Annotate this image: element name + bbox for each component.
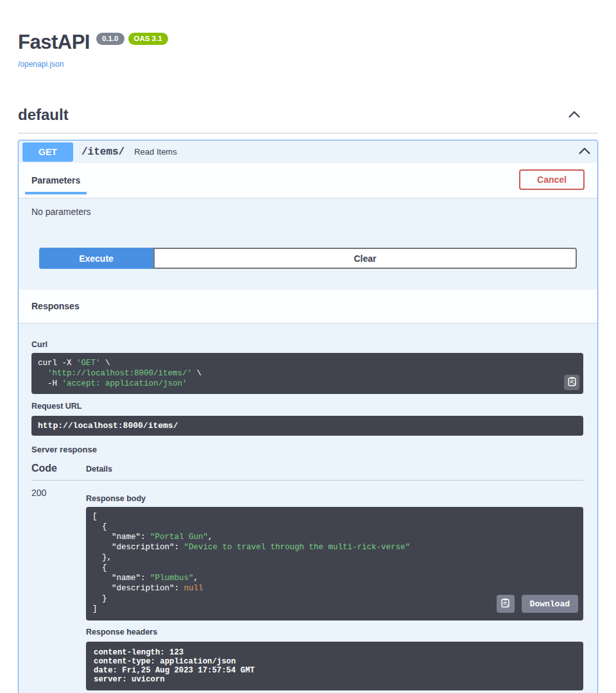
curl-command: curl -X 'GET' \ 'http://localhost:8000/i…: [38, 358, 577, 389]
parameters-body: No parameters: [19, 198, 597, 217]
tag-section-header[interactable]: default: [18, 105, 598, 133]
response-headers-label: Response headers: [86, 628, 583, 637]
server-response-label: Server response: [31, 445, 583, 454]
request-url-label: Request URL: [31, 402, 583, 411]
response-body-actions: Download: [497, 595, 578, 613]
code-column-header: Code: [31, 463, 86, 474]
responses-title: Responses: [31, 301, 80, 311]
execute-wrapper: Execute Clear: [39, 248, 577, 269]
execute-button[interactable]: Execute: [39, 248, 153, 269]
api-info: FastAPI 0.1.0 OAS 3.1 /openapi.json: [18, 0, 598, 69]
parameters-section-header: Parameters Cancel: [19, 163, 597, 198]
oas-badge: OAS 3.1: [128, 33, 168, 45]
operation-block-get-items: GET /items/ Read Items Parameters Cancel…: [18, 140, 598, 693]
details-cell: Response body [ { "name": "Portal Gun", …: [86, 481, 583, 690]
api-title: FastAPI: [18, 31, 90, 54]
request-url-block: http://localhost:8000/items/: [31, 416, 583, 436]
table-header-row: Code Details: [31, 463, 583, 481]
copy-response-button[interactable]: [497, 595, 515, 613]
tab-parameters[interactable]: Parameters: [25, 175, 87, 194]
status-code: 200: [31, 481, 86, 690]
response-body-label: Response body: [86, 494, 583, 503]
chevron-up-icon: [568, 110, 581, 120]
operation-path: /items/: [81, 146, 124, 158]
table-row: 200 Response body [ { "name": "Portal Gu…: [31, 481, 583, 690]
operation-description: Read Items: [134, 147, 176, 157]
tag-title: default: [18, 105, 69, 124]
responses-section-header: Responses: [19, 289, 597, 323]
request-url-value: http://localhost:8000/items/: [38, 421, 178, 431]
version-badge: 0.1.0: [96, 33, 124, 45]
no-parameters-text: No parameters: [31, 207, 91, 217]
responses-body: Curl curl -X 'GET' \ 'http://localhost:8…: [19, 323, 597, 693]
details-column-header: Details: [86, 465, 112, 474]
operation-summary[interactable]: GET /items/ Read Items: [19, 141, 597, 163]
clipboard-copy-icon: [568, 377, 576, 388]
clipboard-copy-icon: [501, 598, 509, 610]
server-response-table: Code Details 200 Response body [ { "name…: [31, 463, 583, 690]
download-button[interactable]: Download: [522, 595, 578, 613]
curl-code-block: curl -X 'GET' \ 'http://localhost:8000/i…: [31, 353, 583, 394]
openapi-spec-link[interactable]: /openapi.json: [18, 60, 64, 69]
curl-label: Curl: [31, 340, 583, 349]
clear-button[interactable]: Clear: [153, 248, 577, 269]
tag-collapse-button[interactable]: [568, 110, 581, 120]
badges: 0.1.0 OAS 3.1: [96, 33, 168, 45]
copy-curl-button[interactable]: [564, 375, 579, 390]
response-headers-block: content-length: 123 content-type: applic…: [86, 642, 583, 690]
operation-collapse-button[interactable]: [578, 147, 591, 157]
page: FastAPI 0.1.0 OAS 3.1 /openapi.json defa…: [0, 0, 616, 693]
method-badge: GET: [22, 142, 73, 162]
chevron-up-icon: [578, 147, 591, 157]
response-body-block: [ { "name": "Portal Gun", "description":…: [86, 507, 583, 620]
cancel-button[interactable]: Cancel: [519, 169, 585, 190]
